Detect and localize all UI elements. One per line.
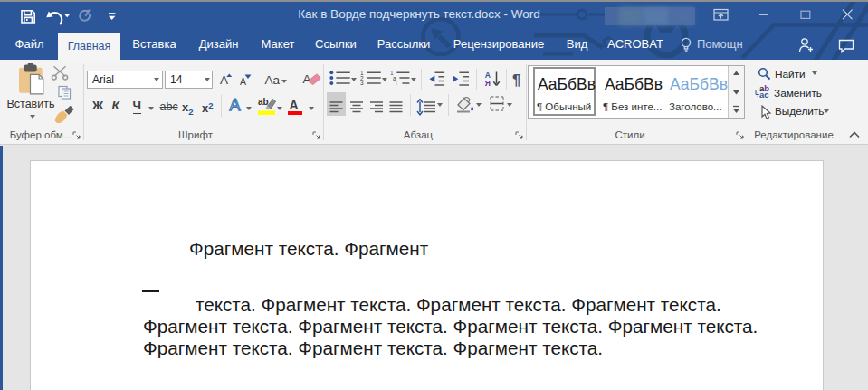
svg-text:3: 3 <box>360 80 364 86</box>
svg-text:Я: Я <box>485 79 491 88</box>
svg-text:i: i <box>396 80 396 86</box>
svg-text:¶: ¶ <box>512 71 520 89</box>
